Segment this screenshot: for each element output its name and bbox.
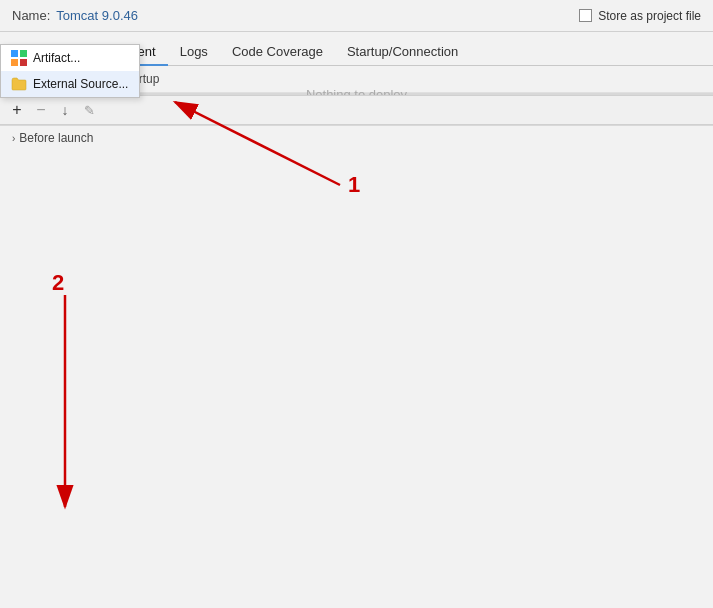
move-down-button[interactable]: ↓ (54, 99, 76, 121)
store-project-checkbox[interactable] (579, 9, 592, 22)
page-root: Name: Tomcat 9.0.46 Store as project fil… (0, 0, 713, 608)
svg-text:1: 1 (348, 172, 360, 197)
dropdown-item-external-source[interactable]: External Source... (1, 71, 139, 97)
before-launch-label: Before launch (19, 131, 93, 145)
main-layout: Name: Tomcat 9.0.46 Store as project fil… (0, 0, 713, 150)
remove-button[interactable]: − (30, 99, 52, 121)
before-launch-bar: › Before launch (0, 125, 713, 150)
name-label: Name: (12, 8, 50, 23)
tab-startup-connection[interactable]: Startup/Connection (335, 38, 470, 65)
chevron-down-icon: › (12, 133, 15, 144)
svg-text:2: 2 (52, 270, 64, 295)
artifact-label: Artifact... (33, 51, 80, 65)
header-bar: Name: Tomcat 9.0.46 Store as project fil… (0, 0, 713, 32)
server-name: Tomcat 9.0.46 (56, 8, 138, 23)
artifact-icon (11, 50, 27, 66)
external-source-icon (11, 76, 27, 92)
dropdown-item-artifact[interactable]: Artifact... (1, 45, 139, 71)
external-source-label: External Source... (33, 77, 128, 91)
store-project-area: Store as project file (579, 9, 701, 23)
toolbar-row: + − ↓ ✎ Artifact... (0, 95, 713, 125)
dropdown-menu: Artifact... External Source... (0, 44, 140, 98)
annotation-arrow-2: 2 (52, 270, 65, 507)
store-project-label: Store as project file (598, 9, 701, 23)
tab-logs[interactable]: Logs (168, 38, 220, 65)
edit-button[interactable]: ✎ (78, 99, 100, 121)
tab-code-coverage[interactable]: Code Coverage (220, 38, 335, 65)
add-button[interactable]: + (6, 99, 28, 121)
